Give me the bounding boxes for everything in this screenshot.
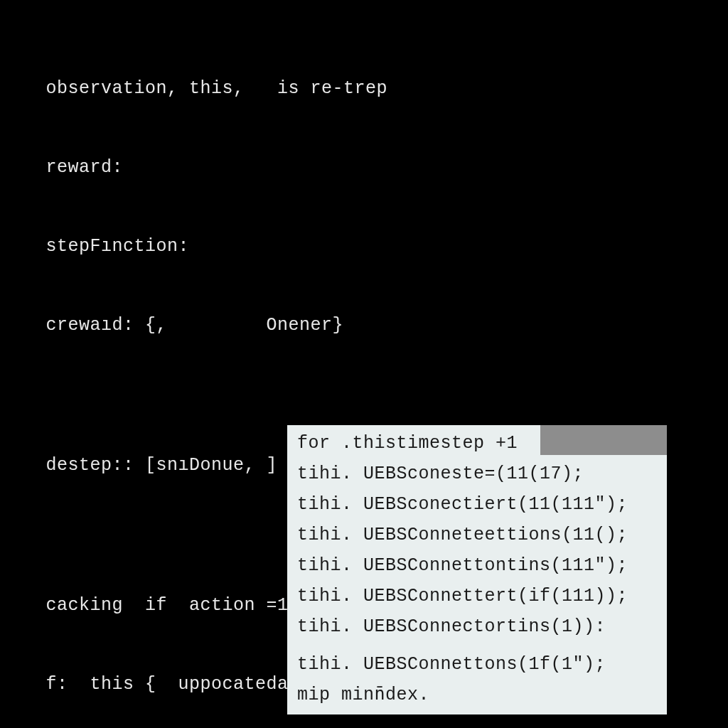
code-line: crewaıd: {, Onener}	[13, 312, 715, 338]
autocomplete-item[interactable]: tihi. UEBSconeste=(11(17);	[297, 459, 657, 489]
autocomplete-item[interactable]: tihi. UEBSConneteettions(11();	[297, 520, 657, 550]
code-line: observation, this, is re-trep	[13, 75, 715, 102]
autocomplete-item[interactable]: tihi. UEBSConnettontins(111");	[297, 550, 657, 581]
autocomplete-item[interactable]: mip minn̄dex.	[297, 680, 657, 710]
code-line: reward:	[13, 154, 715, 181]
autocomplete-item[interactable]: tihi. UEBSConnettert(if(111));	[297, 581, 657, 611]
autocomplete-item[interactable]: tihi. UEBSConnettons(1f(1");	[297, 649, 657, 680]
autocomplete-item[interactable]: tihi. UEBSconectiert(11(111");	[297, 489, 657, 520]
autocomplete-item[interactable]: for .thistimestep +1	[297, 428, 657, 459]
autocomplete-popup[interactable]: for .thistimestep +1 tihi. UEBSconeste=(…	[287, 425, 667, 714]
autocomplete-item[interactable]: tihi. UEBSConnectortins(1)):	[297, 611, 657, 642]
code-line: stepFınction:	[13, 233, 715, 259]
